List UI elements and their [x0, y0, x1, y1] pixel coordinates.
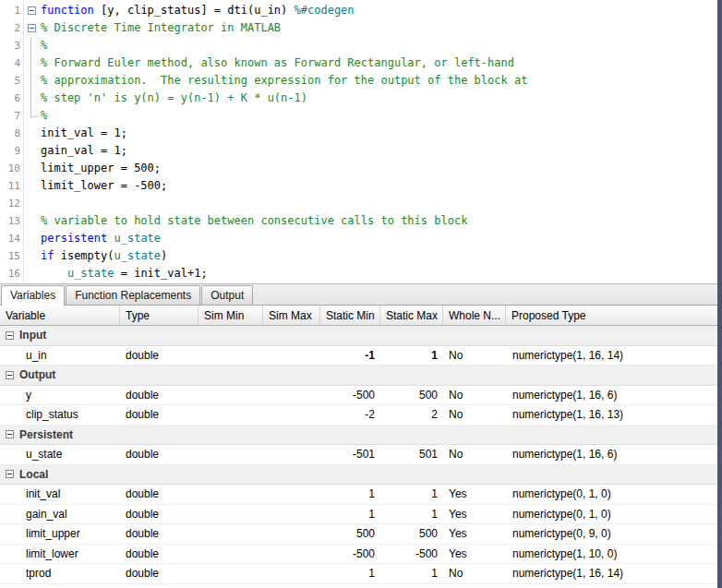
cell-static-max[interactable]: 2: [380, 408, 443, 421]
code-token: %#codegen: [295, 4, 355, 17]
group-row-persistent[interactable]: Persistent: [0, 426, 722, 446]
table-row-limit-upper[interactable]: limit_upperdouble500500Yesnumerictype(0,…: [0, 524, 722, 545]
fold-gutter: [24, 265, 39, 282]
cell-static-min[interactable]: -501: [320, 448, 380, 461]
column-header-whole-n[interactable]: Whole N...: [443, 306, 506, 325]
cell-proposed-type[interactable]: numerictype(1, 16, 6): [506, 389, 722, 402]
code-text: % variable to hold state between consecu…: [39, 212, 467, 230]
cell-proposed-type[interactable]: numerictype(1, 10, 0): [506, 547, 722, 560]
vertical-scrollbar[interactable]: [717, 0, 722, 588]
cell-static-min[interactable]: -500: [320, 547, 380, 560]
group-row-local[interactable]: Local: [0, 465, 722, 486]
cell-variable: limit_lower: [0, 547, 120, 560]
column-header-sim-max[interactable]: Sim Max: [263, 306, 320, 325]
code-editor[interactable]: 1function [y, clip_status] = dti(u_in) %…: [0, 0, 722, 284]
code-text: persistent u_state: [39, 230, 161, 247]
cell-static-max[interactable]: 500: [380, 389, 443, 402]
group-row-output[interactable]: Output: [0, 366, 722, 386]
code-line-6: 6% step 'n' is y(n) = y(n-1) + K * u(n-1…: [0, 90, 722, 107]
variables-table: VariableTypeSim MinSim MaxStatic MinStat…: [0, 306, 722, 584]
cell-proposed-type[interactable]: numerictype(0, 1, 0): [506, 508, 722, 521]
cell-type: double: [120, 527, 199, 540]
cell-variable: clip_status: [0, 408, 120, 421]
column-header-proposed-type[interactable]: Proposed Type: [506, 306, 722, 325]
cell-proposed-type[interactable]: numerictype(1, 16, 14): [506, 567, 722, 580]
collapse-icon[interactable]: [6, 371, 14, 379]
cell-whole-number: No: [443, 567, 506, 580]
cell-static-max[interactable]: 500: [380, 527, 443, 540]
cell-proposed-type[interactable]: numerictype(1, 16, 14): [506, 349, 722, 362]
cell-proposed-type[interactable]: numerictype(1, 16, 13): [506, 408, 722, 421]
code-token: % Forward Euler method, also known as Fo…: [41, 56, 514, 69]
collapse-icon[interactable]: [6, 430, 14, 438]
code-fold-icon[interactable]: [24, 2, 39, 19]
column-header-static-min[interactable]: Static Min: [320, 306, 380, 325]
cell-static-min[interactable]: -2: [320, 408, 380, 421]
line-number: 7: [0, 107, 24, 125]
group-row-input[interactable]: Input: [0, 326, 722, 346]
code-text: u_state = init_val+1;: [39, 265, 208, 282]
cell-static-max[interactable]: 1: [380, 349, 443, 362]
fold-gutter: [24, 107, 39, 125]
cell-static-max[interactable]: 501: [380, 448, 443, 461]
cell-static-min[interactable]: -1: [320, 349, 380, 362]
collapse-icon[interactable]: [6, 470, 14, 478]
code-text: function [y, clip_status] = dti(u_in) %#…: [39, 2, 355, 19]
table-row-u-state[interactable]: u_statedouble-501501Nonumerictype(1, 16,…: [0, 445, 722, 465]
group-label: Output: [19, 368, 55, 381]
table-row-gain-val[interactable]: gain_valdouble11Yesnumerictype(0, 1, 0): [0, 505, 722, 525]
cell-static-max[interactable]: 1: [380, 508, 443, 521]
cell-proposed-type[interactable]: numerictype(0, 1, 0): [506, 487, 722, 500]
code-token: = init_val+1;: [114, 267, 207, 280]
cell-type: double: [120, 389, 199, 402]
cell-variable: tprod: [0, 567, 120, 580]
code-line-3: 3%: [0, 37, 722, 54]
code-fold-icon[interactable]: [24, 19, 39, 37]
code-line-10: 10limit_upper = 500;: [0, 160, 722, 177]
table-row-u-in[interactable]: u_indouble-11Nonumerictype(1, 16, 14): [0, 346, 722, 366]
cell-variable: init_val: [0, 487, 120, 500]
table-row-clip-status[interactable]: clip_statusdouble-22Nonumerictype(1, 16,…: [0, 405, 722, 426]
table-row-limit-lower[interactable]: limit_lowerdouble-500-500Yesnumerictype(…: [0, 545, 722, 565]
code-text: % Forward Euler method, also known as Fo…: [39, 54, 514, 72]
cell-static-max[interactable]: 1: [380, 487, 443, 500]
cell-proposed-type[interactable]: numerictype(0, 9, 0): [506, 527, 722, 540]
cell-whole-number: No: [443, 448, 506, 461]
cell-static-min[interactable]: -500: [320, 389, 380, 402]
fold-gutter: [24, 160, 39, 177]
tab-output[interactable]: Output: [201, 285, 253, 305]
code-text: % Discrete Time Integrator in MATLAB: [39, 19, 281, 37]
panel-tab-bar: VariablesFunction ReplacementsOutput: [0, 284, 722, 306]
table-row-init-val[interactable]: init_valdouble11Yesnumerictype(0, 1, 0): [0, 485, 722, 505]
cell-type: double: [120, 349, 199, 362]
column-header-variable[interactable]: Variable: [0, 306, 120, 325]
column-header-static-max[interactable]: Static Max: [380, 306, 443, 325]
cell-static-max[interactable]: 1: [380, 567, 443, 580]
tab-function-replacements[interactable]: Function Replacements: [66, 285, 200, 305]
cell-static-max[interactable]: -500: [380, 547, 443, 560]
column-header-type[interactable]: Type: [120, 306, 199, 325]
code-token: [y, clip_status] = dti(u_in): [101, 4, 295, 17]
fold-gutter: [24, 72, 39, 90]
table-row-y[interactable]: ydouble-500500Nonumerictype(1, 16, 6): [0, 386, 722, 406]
fold-gutter: [24, 195, 39, 212]
cell-static-min[interactable]: 1: [320, 487, 380, 500]
code-token: persistent: [41, 232, 114, 245]
cell-variable: u_state: [0, 448, 120, 461]
column-header-sim-min[interactable]: Sim Min: [199, 306, 263, 325]
cell-static-min[interactable]: 1: [320, 567, 380, 580]
cell-static-min[interactable]: 1: [320, 508, 380, 521]
code-line-5: 5% approximation. The resulting expressi…: [0, 72, 722, 90]
table-row-tprod[interactable]: tproddouble11Nonumerictype(1, 16, 14): [0, 564, 722, 584]
cell-proposed-type[interactable]: numerictype(1, 16, 6): [506, 448, 722, 461]
collapse-icon[interactable]: [6, 331, 14, 340]
fold-gutter: [24, 54, 39, 72]
cell-whole-number: Yes: [443, 547, 506, 560]
line-number: 9: [0, 142, 24, 160]
cell-static-min[interactable]: 500: [320, 527, 380, 540]
code-token: %: [41, 39, 47, 52]
editor-lines: 1function [y, clip_status] = dti(u_in) %…: [0, 2, 722, 282]
tab-variables[interactable]: Variables: [1, 285, 65, 306]
cell-whole-number: No: [443, 389, 506, 402]
code-token: % Discrete Time Integrator in MATLAB: [41, 21, 281, 34]
